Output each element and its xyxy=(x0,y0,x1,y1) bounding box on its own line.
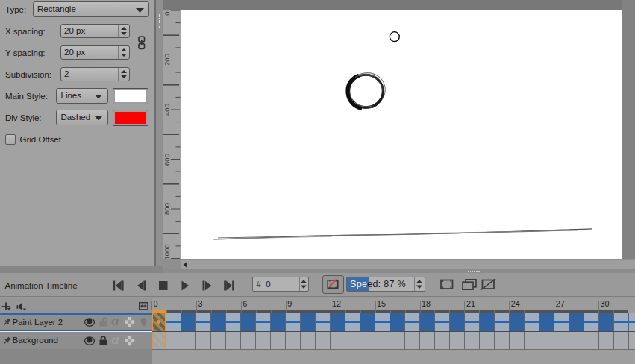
svg-text:0: 0 xyxy=(163,11,171,15)
svg-text:600: 600 xyxy=(163,154,171,166)
svg-text:1000: 1000 xyxy=(163,244,171,260)
svg-text:800: 800 xyxy=(163,203,171,215)
svg-text:200: 200 xyxy=(163,54,171,66)
svg-text:400: 400 xyxy=(163,104,171,116)
